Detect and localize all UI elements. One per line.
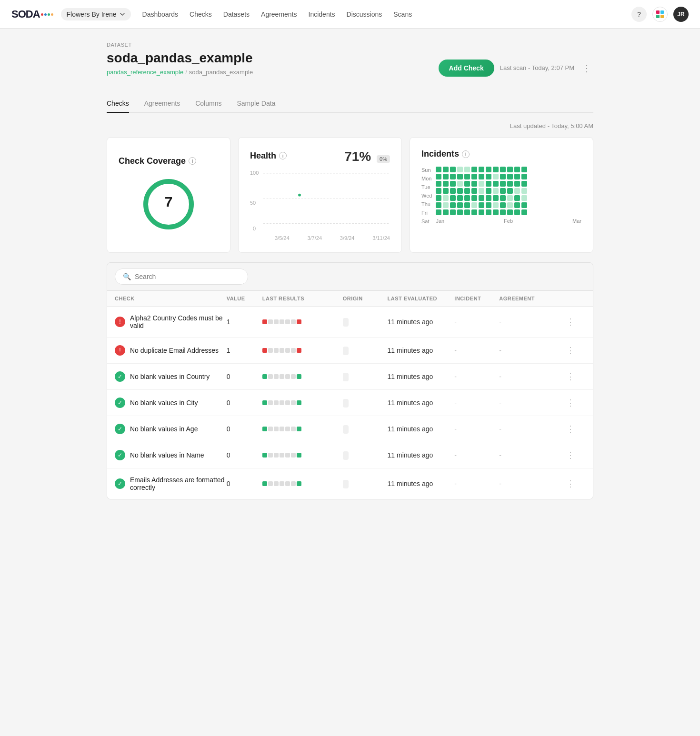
heatmap-cell[interactable] [514, 202, 520, 208]
nav-checks[interactable]: Checks [190, 9, 212, 20]
heatmap-cell[interactable] [486, 174, 491, 179]
heatmap-cell[interactable] [514, 188, 520, 194]
row-menu-icon[interactable]: ⋮ [566, 479, 575, 488]
row-menu[interactable]: ⋮ [566, 450, 585, 460]
heatmap-cell[interactable] [493, 195, 499, 201]
heatmap-cell[interactable] [464, 181, 470, 187]
heatmap-cell[interactable] [479, 202, 484, 208]
row-menu[interactable]: ⋮ [566, 371, 585, 382]
heatmap-cell[interactable] [471, 181, 477, 187]
search-input[interactable] [135, 273, 240, 280]
heatmap-cell[interactable] [521, 181, 527, 187]
heatmap-cell[interactable] [479, 209, 484, 215]
heatmap-cell[interactable] [464, 209, 470, 215]
heatmap-cell[interactable] [479, 195, 484, 201]
nav-scans[interactable]: Scans [393, 9, 412, 20]
heatmap-cell[interactable] [521, 167, 527, 172]
heatmap-cell[interactable] [471, 202, 477, 208]
health-info-icon[interactable]: i [279, 152, 287, 159]
heatmap-cell[interactable] [443, 167, 449, 172]
heatmap-cell[interactable] [521, 202, 527, 208]
nav-incidents[interactable]: Incidents [309, 9, 335, 20]
heatmap-cell[interactable] [436, 202, 441, 208]
heatmap-cell[interactable] [450, 209, 456, 215]
heatmap-cell[interactable] [500, 174, 506, 179]
heatmap-cell[interactable] [493, 167, 499, 172]
heatmap-cell[interactable] [443, 181, 449, 187]
heatmap-cell[interactable] [521, 188, 527, 194]
incidents-info-icon[interactable]: i [462, 150, 470, 158]
heatmap-cell[interactable] [471, 195, 477, 201]
heatmap-cell[interactable] [514, 167, 520, 172]
heatmap-cell[interactable] [493, 188, 499, 194]
heatmap-cell[interactable] [514, 195, 520, 201]
heatmap-cell[interactable] [443, 195, 449, 201]
heatmap-cell[interactable] [479, 167, 484, 172]
row-menu[interactable]: ⋮ [566, 398, 585, 408]
help-button[interactable]: ? [631, 7, 647, 22]
heatmap-cell[interactable] [500, 167, 506, 172]
heatmap-cell[interactable] [436, 167, 441, 172]
heatmap-cell[interactable] [500, 181, 506, 187]
row-menu-icon[interactable]: ⋮ [566, 372, 575, 381]
heatmap-cell[interactable] [457, 209, 463, 215]
row-menu-icon[interactable]: ⋮ [566, 450, 575, 460]
heatmap-cell[interactable] [486, 188, 491, 194]
row-menu-icon[interactable]: ⋮ [566, 424, 575, 434]
heatmap-cell[interactable] [471, 209, 477, 215]
heatmap-cell[interactable] [507, 202, 513, 208]
nav-dashboards[interactable]: Dashboards [142, 9, 179, 20]
tab-agreements[interactable]: Agreements [144, 95, 180, 113]
heatmap-cell[interactable] [464, 167, 470, 172]
heatmap-cell[interactable] [436, 195, 441, 201]
heatmap-cell[interactable] [457, 181, 463, 187]
heatmap-cell[interactable] [507, 167, 513, 172]
row-menu-icon[interactable]: ⋮ [566, 317, 575, 327]
heatmap-cell[interactable] [507, 181, 513, 187]
heatmap-cell[interactable] [471, 188, 477, 194]
tab-checks[interactable]: Checks [107, 95, 129, 113]
heatmap-cell[interactable] [479, 181, 484, 187]
user-avatar[interactable]: JR [673, 7, 689, 22]
nav-agreements[interactable]: Agreements [261, 9, 297, 20]
heatmap-cell[interactable] [514, 174, 520, 179]
heatmap-cell[interactable] [464, 174, 470, 179]
heatmap-cell[interactable] [464, 202, 470, 208]
org-selector[interactable]: Flowers By Irene [61, 8, 131, 20]
heatmap-cell[interactable] [500, 195, 506, 201]
heatmap-cell[interactable] [507, 209, 513, 215]
heatmap-cell[interactable] [479, 174, 484, 179]
heatmap-cell[interactable] [443, 188, 449, 194]
heatmap-cell[interactable] [486, 181, 491, 187]
row-menu-icon[interactable]: ⋮ [566, 346, 575, 355]
heatmap-cell[interactable] [486, 202, 491, 208]
heatmap-cell[interactable] [450, 181, 456, 187]
heatmap-cell[interactable] [521, 174, 527, 179]
heatmap-cell[interactable] [450, 188, 456, 194]
heatmap-cell[interactable] [464, 188, 470, 194]
heatmap-cell[interactable] [500, 188, 506, 194]
heatmap-cell[interactable] [464, 195, 470, 201]
heatmap-cell[interactable] [507, 188, 513, 194]
heatmap-cell[interactable] [457, 195, 463, 201]
heatmap-cell[interactable] [450, 195, 456, 201]
tab-sample-data[interactable]: Sample Data [237, 95, 275, 113]
heatmap-cell[interactable] [457, 174, 463, 179]
heatmap-cell[interactable] [500, 202, 506, 208]
heatmap-cell[interactable] [486, 209, 491, 215]
heatmap-cell[interactable] [471, 174, 477, 179]
heatmap-cell[interactable] [450, 174, 456, 179]
row-menu[interactable]: ⋮ [566, 424, 585, 434]
heatmap-cell[interactable] [500, 209, 506, 215]
dataset-menu-button[interactable]: ⋮ [580, 60, 593, 76]
breadcrumb-parent[interactable]: pandas_reference_example [107, 69, 183, 76]
heatmap-cell[interactable] [450, 167, 456, 172]
heatmap-cell[interactable] [507, 195, 513, 201]
heatmap-cell[interactable] [493, 181, 499, 187]
heatmap-cell[interactable] [521, 209, 527, 215]
heatmap-cell[interactable] [514, 209, 520, 215]
heatmap-cell[interactable] [436, 188, 441, 194]
heatmap-cell[interactable] [486, 167, 491, 172]
add-check-button[interactable]: Add Check [439, 60, 494, 77]
heatmap-cell[interactable] [514, 181, 520, 187]
